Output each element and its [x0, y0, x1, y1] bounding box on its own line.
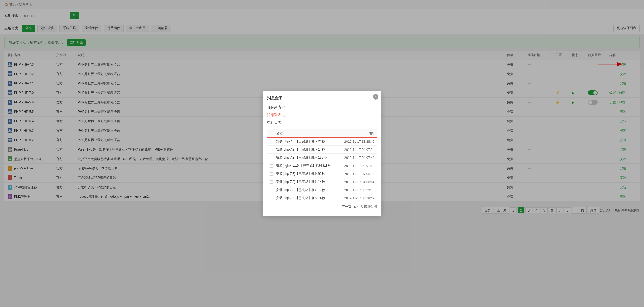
msg-row: 安装[php-7.3]【已完成】耗时195秒 2019-11-17 04:07:… — [267, 154, 377, 162]
msg-text: 安装[php-7.2]【已完成】耗时12秒 — [276, 188, 331, 192]
msg-table-header: 名称 时间 — [267, 129, 377, 138]
msg-pagination: 下一页 1/2 共15条数据 — [267, 202, 377, 211]
msg-checkbox[interactable] — [270, 140, 273, 143]
col-msg-time: 时间 — [331, 131, 374, 136]
task-tab-label: 任务列表 — [267, 105, 281, 109]
modal-overlay: × 消息盒子 任务列表(0) 消息列表(8) 执行日志 名称 时间 安装[php… — [0, 0, 644, 216]
msg-text: 安装[php-7.3]【已完成】耗时92秒 — [276, 172, 331, 176]
msg-checkbox[interactable] — [270, 172, 273, 176]
msg-checkbox[interactable] — [270, 197, 273, 200]
msg-total: 共15条数据 — [360, 204, 377, 209]
msg-checkbox[interactable] — [270, 180, 273, 184]
msg-next-page[interactable]: 下一页 — [342, 204, 351, 209]
msg-checkbox[interactable] — [270, 164, 273, 168]
modal-tab-log[interactable]: 执行日志 — [267, 119, 377, 126]
msg-page-of: 1/2 — [354, 205, 358, 209]
msg-text: 安装[nginx-1.16]【已完成】耗时818秒 — [276, 163, 331, 168]
modal-title: 消息盒子 — [267, 96, 377, 101]
modal-close-button[interactable]: × — [373, 94, 378, 100]
msg-time: 2019-11-17 04:07:48 — [331, 156, 374, 160]
msg-time: 2019-11-17 04:00:33 — [331, 172, 374, 176]
msg-time: 2019-11-17 13:28:49 — [331, 140, 374, 144]
msg-row: 安装[php-7.3]【已完成】耗时14秒 2019-11-17 03:28:4… — [267, 194, 377, 202]
task-count: (0) — [281, 105, 286, 109]
msg-count: (8) — [281, 113, 286, 117]
message-box-modal: × 消息盒子 任务列表(0) 消息列表(8) 执行日志 名称 时间 安装[php… — [263, 91, 381, 216]
col-msg-name: 名称 — [276, 131, 331, 136]
modal-tabs: 任务列表(0) 消息列表(8) 执行日志 — [267, 104, 377, 126]
msg-checkbox[interactable] — [270, 156, 273, 159]
msg-text: 安装[php-7.3]【已完成】耗时195秒 — [276, 155, 331, 160]
col-check — [270, 131, 276, 136]
msg-time: 2019-11-17 04:07:54 — [331, 148, 374, 152]
msg-time: 2019-11-17 04:00:14 — [331, 180, 374, 184]
msg-row: 安装[php-7.3]【已完成】耗时21秒 2019-11-17 13:28:4… — [267, 138, 377, 146]
msg-row: 安装[php-7.2]【已完成】耗时14秒 2019-11-17 04:00:1… — [267, 178, 377, 186]
msg-time: 2019-11-17 03:28:49 — [331, 196, 374, 200]
message-table: 名称 时间 安装[php-7.3]【已完成】耗时21秒 2019-11-17 1… — [267, 129, 377, 202]
msg-time: 2019-11-17 04:01:18 — [331, 164, 374, 168]
log-tab-label: 执行日志 — [267, 120, 281, 124]
msg-row: 安装[php-7.2]【已完成】耗时14秒 2019-11-17 04:07:5… — [267, 146, 377, 154]
msg-text: 安装[php-7.2]【已完成】耗时14秒 — [276, 180, 331, 184]
msg-time: 2019-11-17 03:29:06 — [331, 188, 374, 192]
modal-tab-messages[interactable]: 消息列表(8) — [267, 111, 377, 118]
msg-row: 安装[nginx-1.16]【已完成】耗时818秒 2019-11-17 04:… — [267, 162, 377, 170]
msg-text: 安装[php-7.3]【已完成】耗时21秒 — [276, 139, 331, 144]
msg-checkbox[interactable] — [270, 148, 273, 151]
modal-tab-tasks[interactable]: 任务列表(0) — [267, 104, 377, 111]
msg-row: 安装[php-7.2]【已完成】耗时12秒 2019-11-17 03:29:0… — [267, 186, 377, 194]
msg-tab-label: 消息列表 — [267, 113, 281, 117]
msg-checkbox[interactable] — [270, 189, 273, 192]
msg-text: 安装[php-7.2]【已完成】耗时14秒 — [276, 147, 331, 152]
msg-text: 安装[php-7.3]【已完成】耗时14秒 — [276, 196, 331, 200]
msg-row: 安装[php-7.3]【已完成】耗时92秒 2019-11-17 04:00:3… — [267, 170, 377, 178]
